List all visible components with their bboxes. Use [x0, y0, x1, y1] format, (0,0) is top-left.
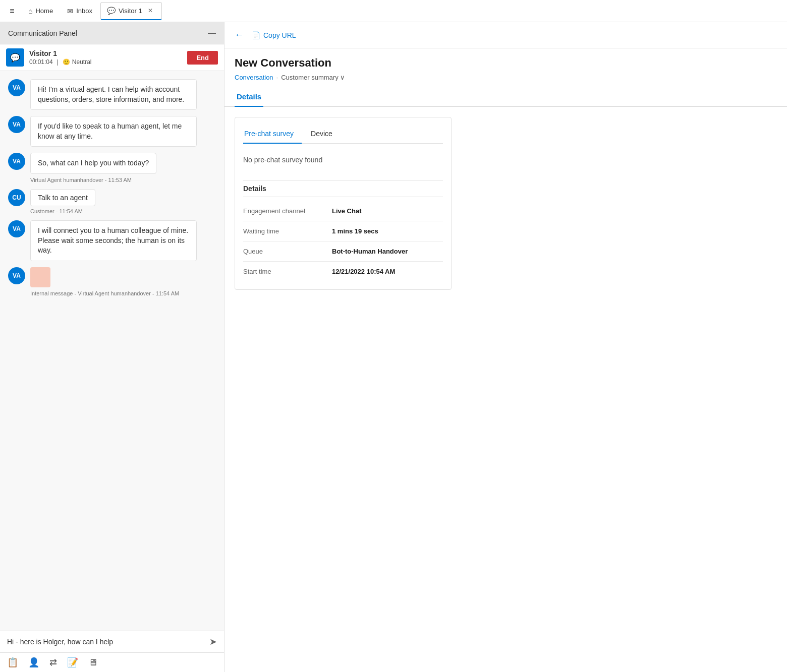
visitor-timer: 00:01:04 [29, 58, 53, 66]
msg-meta-4: Customer - 11:54 AM [30, 208, 95, 214]
survey-tabs: Pre-chat survey Device [243, 126, 443, 144]
inbox-icon: ✉ [67, 7, 73, 15]
chat-area: VA Hi! I'm a virtual agent. I can help w… [0, 71, 224, 631]
conversation-header: New Conversation Conversation · Customer… [224, 48, 787, 87]
details-content: Pre-chat survey Device No pre-chat surve… [224, 107, 787, 672]
detail-label-waiting: Waiting time [243, 227, 324, 235]
minimize-button[interactable]: — [208, 29, 216, 38]
customer-msg-block-4: Talk to an agent Customer - 11:54 AM [30, 189, 95, 214]
chat-icon: 💬 [107, 7, 116, 15]
avatar-cu-4: CU [8, 189, 25, 206]
visitor-name: Visitor 1 [29, 49, 182, 57]
customer-bubble-4: Talk to an agent [30, 189, 95, 206]
sentiment-label: Neutral [72, 58, 92, 66]
menu-button[interactable]: ≡ [4, 3, 20, 19]
detail-label-start-time: Start time [243, 268, 324, 275]
toolbar-icon-1[interactable]: 📋 [7, 657, 18, 668]
tab-visitor1[interactable]: 💬 Visitor 1 ✕ [100, 2, 162, 20]
breadcrumb: Conversation · Customer summary ∨ [235, 74, 777, 81]
msg-meta-6: Internal message - Virtual Agent humanha… [30, 290, 179, 296]
bubble-1: Hi! I'm a virtual agent. I can help with… [30, 79, 197, 110]
avatar-va-2: VA [8, 116, 25, 133]
chat-message-3: VA So, what can I help you with today? V… [8, 153, 216, 183]
home-icon: ⌂ [28, 7, 32, 15]
toolbar-icon-3[interactable]: ⇄ [49, 657, 57, 668]
bubble-3: So, what can I help you with today? [30, 153, 156, 174]
send-button[interactable]: ➤ [209, 636, 217, 647]
detail-value-start-time: 12/21/2022 10:54 AM [332, 268, 395, 275]
comm-panel-header: Communication Panel — [0, 22, 224, 44]
sentiment-indicator: 🙂 Neutral [63, 58, 92, 66]
bubble-5: I will connect you to a human colleague … [30, 220, 197, 261]
visitor-meta: 00:01:04 | 🙂 Neutral [29, 58, 182, 66]
detail-label-queue: Queue [243, 248, 324, 255]
detail-row-waiting: Waiting time 1 mins 19 secs [243, 221, 443, 241]
avatar-va-1: VA [8, 79, 25, 96]
survey-tab-pre-chat[interactable]: Pre-chat survey [243, 126, 302, 144]
main-layout: Communication Panel — 💬 Visitor 1 00:01:… [0, 22, 787, 672]
toolbar-icon-4[interactable]: 📝 [67, 657, 78, 668]
detail-value-engagement: Live Chat [332, 207, 362, 215]
chat-message-6: VA Internal message - Virtual Agent huma… [8, 267, 216, 296]
details-section: Details Engagement channel Live Chat Wai… [243, 185, 443, 281]
right-panel: ← 📄 Copy URL New Conversation Conversati… [224, 22, 787, 672]
avatar-va-3: VA [8, 153, 25, 170]
copy-url-button[interactable]: 📄 Copy URL [252, 31, 296, 39]
tab-home[interactable]: ⌂ Home [22, 2, 59, 20]
left-panel: Communication Panel — 💬 Visitor 1 00:01:… [0, 22, 224, 672]
msg-meta-3: Virtual Agent humanhandover - 11:53 AM [30, 177, 156, 183]
details-section-title: Details [243, 185, 443, 193]
toolbar-icon-2[interactable]: 👤 [28, 657, 39, 668]
detail-row-engagement: Engagement channel Live Chat [243, 201, 443, 221]
close-tab-button[interactable]: ✕ [145, 6, 155, 16]
details-tabs: Details [224, 87, 787, 107]
chat-message-5: VA I will connect you to a human colleag… [8, 220, 216, 261]
survey-tab-device[interactable]: Device [310, 126, 341, 143]
visitor-card: 💬 Visitor 1 00:01:04 | 🙂 Neutral End [0, 44, 224, 71]
input-area: ➤ [0, 631, 224, 652]
input-row: ➤ [7, 636, 217, 647]
details-divider [243, 197, 443, 197]
survey-card: Pre-chat survey Device No pre-chat surve… [235, 117, 452, 290]
right-panel-header: ← 📄 Copy URL [224, 22, 787, 48]
breadcrumb-sep: · [276, 74, 278, 81]
back-button[interactable]: ← [235, 30, 244, 40]
copy-url-icon: 📄 [252, 31, 260, 39]
bubble-2: If you'd like to speak to a human agent,… [30, 116, 197, 147]
avatar-va-5: VA [8, 220, 25, 237]
sentiment-icon: 🙂 [63, 58, 70, 66]
avatar-va-6: VA [8, 267, 25, 284]
top-nav: ≡ ⌂ Home ✉ Inbox 💬 Visitor 1 ✕ [0, 0, 787, 22]
detail-row-start-time: Start time 12/21/2022 10:54 AM [243, 262, 443, 281]
copy-url-label: Copy URL [263, 31, 296, 39]
chat-message-1: VA Hi! I'm a virtual agent. I can help w… [8, 79, 216, 110]
internal-bubble-6 [30, 267, 50, 287]
end-button[interactable]: End [187, 51, 218, 65]
no-survey-message: No pre-chat survey found [243, 152, 443, 176]
tab-inbox[interactable]: ✉ Inbox [61, 2, 98, 20]
chat-message-4: CU Talk to an agent Customer - 11:54 AM [8, 189, 216, 214]
detail-value-waiting: 1 mins 19 secs [332, 227, 378, 235]
conversation-title: New Conversation [235, 56, 777, 70]
visitor-info: Visitor 1 00:01:04 | 🙂 Neutral [29, 49, 182, 66]
tab-details[interactable]: Details [235, 87, 263, 107]
breadcrumb-customer-summary[interactable]: Customer summary ∨ [281, 74, 345, 81]
send-icon: ➤ [209, 637, 217, 647]
visitor-chat-icon: 💬 [6, 48, 24, 67]
chat-message-2: VA If you'd like to speak to a human age… [8, 116, 216, 147]
toolbar-icon-5[interactable]: 🖥 [88, 657, 97, 668]
comm-panel-title: Communication Panel [8, 29, 77, 37]
breadcrumb-conversation[interactable]: Conversation [235, 74, 273, 81]
section-divider [243, 180, 443, 180]
detail-label-engagement: Engagement channel [243, 207, 324, 215]
bottom-toolbar: 📋 👤 ⇄ 📝 🖥 [0, 652, 224, 672]
detail-value-queue: Bot-to-Human Handover [332, 248, 408, 255]
detail-row-queue: Queue Bot-to-Human Handover [243, 241, 443, 262]
dropdown-chevron-icon: ∨ [340, 74, 345, 81]
chat-input[interactable] [7, 638, 205, 646]
